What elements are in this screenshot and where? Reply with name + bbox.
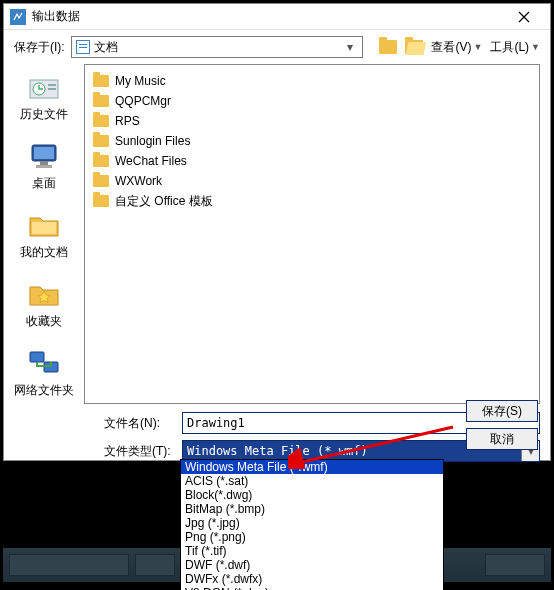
svg-rect-7 <box>36 165 52 168</box>
dropdown-option[interactable]: Jpg (*.jpg) <box>181 516 443 530</box>
sidebar-item-label: 我的文档 <box>20 244 68 261</box>
svg-rect-8 <box>30 352 44 362</box>
back-folder-icon[interactable] <box>379 40 397 54</box>
sidebar-item-desktop[interactable]: 桌面 <box>9 137 79 196</box>
sidebar-item-favorites[interactable]: 收藏夹 <box>9 275 79 334</box>
list-item[interactable]: QQPCMgr <box>91 91 533 111</box>
titlebar: 输出数据 <box>4 4 550 30</box>
tools-label: 工具(L) <box>490 39 529 56</box>
folder-icon <box>93 175 109 187</box>
dialog-title: 输出数据 <box>32 8 504 25</box>
folder-icon <box>93 195 109 207</box>
chevron-down-icon: ▼ <box>473 42 482 52</box>
file-name: QQPCMgr <box>115 94 171 108</box>
close-button[interactable] <box>504 5 544 29</box>
file-name: My Music <box>115 74 166 88</box>
dropdown-option[interactable]: Windows Meta File (*.wmf) <box>181 460 443 474</box>
list-item[interactable]: Sunlogin Files <box>91 131 533 151</box>
folder-icon <box>93 135 109 147</box>
chevron-down-icon: ▼ <box>531 42 540 52</box>
save-in-row: 保存于(I): 文档 ▾ 查看(V) ▼ 工具(L) ▼ <box>4 30 550 64</box>
save-in-value: 文档 <box>94 39 343 56</box>
list-item[interactable]: RPS <box>91 111 533 131</box>
filename-label: 文件名(N): <box>104 415 174 432</box>
dropdown-option[interactable]: ACIS (*.sat) <box>181 474 443 488</box>
view-button[interactable]: 查看(V) ▼ <box>431 39 482 56</box>
folder-icon <box>93 95 109 107</box>
svg-rect-3 <box>48 88 56 90</box>
dropdown-option[interactable]: Block(*.dwg) <box>181 488 443 502</box>
list-item[interactable]: WXWork <box>91 171 533 191</box>
tools-button[interactable]: 工具(L) ▼ <box>490 39 540 56</box>
dropdown-option[interactable]: DWFx (*.dwfx) <box>181 572 443 586</box>
list-item[interactable]: 自定义 Office 模板 <box>91 191 533 211</box>
svg-rect-6 <box>40 161 48 165</box>
file-name: Sunlogin Files <box>115 134 190 148</box>
file-name: 自定义 Office 模板 <box>115 193 213 210</box>
desktop-icon <box>26 141 62 171</box>
favorites-icon <box>26 279 62 309</box>
file-list[interactable]: My MusicQQPCMgrRPSSunlogin FilesWeChat F… <box>84 64 540 404</box>
sidebar-item-history[interactable]: 历史文件 <box>9 68 79 127</box>
folder-icon <box>93 115 109 127</box>
open-folder-icon[interactable] <box>405 40 423 54</box>
file-name: WeChat Files <box>115 154 187 168</box>
view-label: 查看(V) <box>431 39 471 56</box>
export-dialog: 输出数据 保存于(I): 文档 ▾ 查看(V) ▼ 工具(L) ▼ <box>3 3 551 461</box>
folder-icon <box>93 75 109 87</box>
sidebar-item-label: 桌面 <box>32 175 56 192</box>
close-icon <box>518 11 530 23</box>
save-in-label: 保存于(I): <box>14 39 65 56</box>
dropdown-option[interactable]: V8 DGN (*.dgn) <box>181 586 443 590</box>
filetype-dropdown[interactable]: Windows Meta File (*.wmf)ACIS (*.sat)Blo… <box>180 459 444 590</box>
file-name: WXWork <box>115 174 162 188</box>
sidebar-item-label: 历史文件 <box>20 106 68 123</box>
places-sidebar: 历史文件 桌面 我的文档 <box>4 64 84 404</box>
sidebar-item-label: 网络文件夹 <box>14 382 74 399</box>
file-name: RPS <box>115 114 140 128</box>
list-item[interactable]: WeChat Files <box>91 151 533 171</box>
dropdown-option[interactable]: Tif (*.tif) <box>181 544 443 558</box>
save-button[interactable]: 保存(S) <box>466 400 538 422</box>
dropdown-option[interactable]: BitMap (*.bmp) <box>181 502 443 516</box>
toolbar: 查看(V) ▼ 工具(L) ▼ <box>379 39 540 56</box>
app-icon <box>10 9 26 25</box>
folder-icon <box>93 155 109 167</box>
chevron-down-icon: ▾ <box>342 40 358 54</box>
filetype-label: 文件类型(T): <box>104 443 174 460</box>
svg-rect-5 <box>34 147 54 159</box>
save-in-combo[interactable]: 文档 ▾ <box>71 36 364 58</box>
dropdown-option[interactable]: Png (*.png) <box>181 530 443 544</box>
dropdown-option[interactable]: DWF (*.dwf) <box>181 558 443 572</box>
dialog-buttons: 保存(S) 取消 <box>466 400 538 450</box>
list-item[interactable]: My Music <box>91 71 533 91</box>
sidebar-item-label: 收藏夹 <box>26 313 62 330</box>
network-icon <box>26 348 62 378</box>
cancel-button[interactable]: 取消 <box>466 428 538 450</box>
svg-rect-2 <box>48 84 56 86</box>
documents-icon <box>76 40 90 54</box>
sidebar-item-network[interactable]: 网络文件夹 <box>9 344 79 403</box>
sidebar-item-mydocs[interactable]: 我的文档 <box>9 206 79 265</box>
content-row: 历史文件 桌面 我的文档 <box>4 64 550 404</box>
folder-icon <box>26 210 62 240</box>
history-icon <box>26 72 62 102</box>
